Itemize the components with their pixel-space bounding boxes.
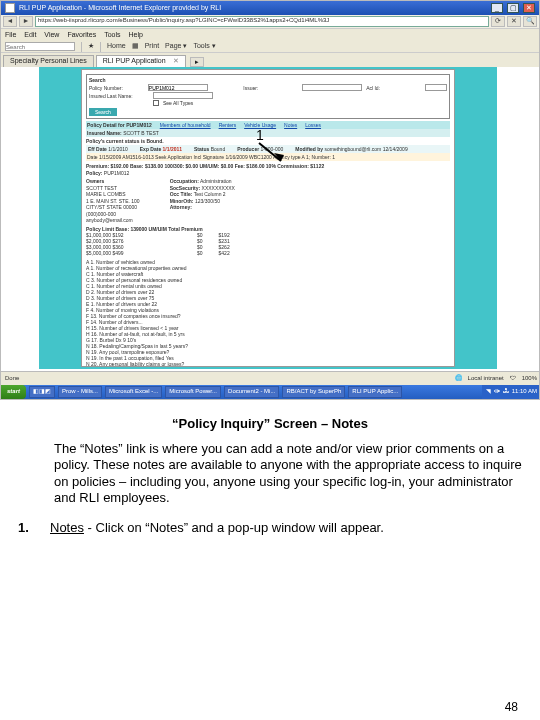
feeds-icon[interactable]: ▦ xyxy=(132,42,139,50)
tab-specialty[interactable]: Specialty Personal Lines xyxy=(3,55,94,67)
question-line: N 21. Any crimes, misdemeanor conviction… xyxy=(86,367,450,368)
acl-input[interactable] xyxy=(425,84,447,91)
zone-label: Local intranet xyxy=(468,375,504,382)
person-columns: Owners SCOTT TEST MARIE L COMBS 1 E. MAI… xyxy=(86,178,450,224)
minimize-button[interactable]: _ xyxy=(491,3,503,13)
policy-label: Policy Number: xyxy=(89,85,144,91)
search-input[interactable] xyxy=(5,42,75,51)
modby-val: somethingbound@rli.com xyxy=(324,146,381,152)
step-number: 1. xyxy=(18,520,36,535)
policy-num: PUP1M012 xyxy=(104,170,130,176)
quicklaunch[interactable]: ◧◨◩ xyxy=(29,386,55,398)
svg-line-0 xyxy=(259,143,281,161)
home-button[interactable]: Home xyxy=(107,42,126,50)
status-val: Bound xyxy=(211,146,225,152)
question-list: A 1. Number of vehicles ownedA 1. Number… xyxy=(86,259,450,368)
occ2-val: Test Column 2 xyxy=(194,191,226,197)
app-icon xyxy=(5,3,15,13)
status-label: Status xyxy=(194,146,209,152)
link-renters[interactable]: Renters xyxy=(219,122,237,128)
browser-window-screenshot: RLI PUP Application - Microsoft Internet… xyxy=(0,0,540,400)
atty-label: Attorney: xyxy=(170,204,192,210)
print-button[interactable]: Print xyxy=(145,42,159,50)
see-all-label: See All Types xyxy=(163,100,193,106)
zoom-label: 100% xyxy=(522,375,537,382)
doc-content: “Policy Inquiry” Screen – Notes The “Not… xyxy=(0,412,540,535)
tray-icon[interactable]: 🖧 xyxy=(503,388,509,395)
menu-file[interactable]: File xyxy=(5,31,16,39)
insured-name-value: SCOTT B TEST xyxy=(123,130,159,136)
status-bar: Done 🌐 Local intranet 🛡 100% xyxy=(1,371,540,385)
annotation-arrow-icon xyxy=(251,141,291,165)
see-all-checkbox[interactable] xyxy=(153,100,159,106)
refresh-button[interactable]: ⟳ xyxy=(491,16,505,27)
task-item[interactable]: Document2 - Mi... xyxy=(224,386,279,398)
menu-help[interactable]: Help xyxy=(129,31,143,39)
exp-date: 1/1/2011 xyxy=(163,146,182,152)
command-bar: ★ Home ▦ Print Page ▾ Tools ▾ xyxy=(1,41,539,53)
inquiry-panel: Search Policy Number: Issuer: Acl Id: In… xyxy=(81,69,455,367)
task-item[interactable]: Prow - Mills... xyxy=(58,386,102,398)
menu-view[interactable]: View xyxy=(44,31,59,39)
link-members[interactable]: Members of household xyxy=(160,122,211,128)
insured-last-label: Insured Last Name: xyxy=(89,93,149,99)
policy-num-label: Policy: xyxy=(86,170,102,176)
maximize-button[interactable]: ▢ xyxy=(507,3,519,13)
menu-tools[interactable]: Tools xyxy=(104,31,120,39)
menu-edit[interactable]: Edit xyxy=(24,31,36,39)
issuer-input[interactable] xyxy=(302,84,362,91)
stop-button[interactable]: ✕ xyxy=(507,16,521,27)
page-number: 48 xyxy=(505,700,518,714)
menu-favorites[interactable]: Favorites xyxy=(67,31,96,39)
close-tab-icon[interactable]: ✕ xyxy=(173,57,179,65)
tray-icon[interactable]: ◥ xyxy=(486,388,491,395)
insured-last-input[interactable] xyxy=(153,92,213,99)
tray-icon[interactable]: 🕪 xyxy=(494,388,500,395)
occ-val: Administration xyxy=(200,178,232,184)
step-underline: Notes xyxy=(50,520,84,535)
eff-date: 1/1/2010 xyxy=(108,146,127,152)
link-notes[interactable]: Notes xyxy=(284,122,297,128)
detail-title: Policy Detail for PUP1M012 xyxy=(87,122,152,128)
tab-label: RLI PUP Application xyxy=(103,57,166,65)
intro-paragraph: The “Notes” link is where you can add a … xyxy=(54,441,522,506)
modtime: 12/14/2009 xyxy=(383,146,408,152)
tools-menu[interactable]: Tools ▾ xyxy=(193,42,215,50)
owners-label: Owners xyxy=(86,178,104,184)
window-titlebar: RLI PUP Application - Microsoft Internet… xyxy=(1,1,539,15)
minor-val: 123/300/50 xyxy=(195,198,220,204)
limit-row: $5,000,000 $499$0$422 xyxy=(86,250,450,256)
step-text: Notes - Click on “Notes” and a pop-up wi… xyxy=(50,520,522,535)
link-losses[interactable]: Losses xyxy=(305,122,321,128)
ssn-val: XXXXXXXXXX xyxy=(202,185,235,191)
back-button[interactable]: ◄ xyxy=(3,16,17,27)
window-title: RLI PUP Application - Microsoft Internet… xyxy=(19,4,221,12)
search-panel: Search Policy Number: Issuer: Acl Id: In… xyxy=(86,74,450,119)
eff-date-label: Eff Date xyxy=(88,146,107,152)
occ-label: Occupation: xyxy=(170,178,199,184)
ssn-label: SocSecurity: xyxy=(170,185,201,191)
new-tab-button[interactable]: ▸ xyxy=(190,57,204,67)
shield-icon: 🛡 xyxy=(510,375,516,382)
address-field[interactable]: https://web-iisprod.rlicorp.com/eBusines… xyxy=(35,16,489,27)
forward-button[interactable]: ► xyxy=(19,16,33,27)
tab-pup[interactable]: RLI PUP Application✕ xyxy=(96,55,186,67)
minor-label: MinorOth: xyxy=(170,198,194,204)
favorites-icon[interactable]: ★ xyxy=(88,42,94,50)
start-button[interactable]: start xyxy=(1,385,26,399)
issuer-label: Issuer: xyxy=(243,85,298,91)
task-item[interactable]: Microsoft Excel -... xyxy=(105,386,162,398)
search-icon[interactable]: 🔍 xyxy=(523,16,537,27)
policy-input[interactable] xyxy=(148,84,208,91)
limit-table: Policy Limit Base: 139000 UM/UIM Total P… xyxy=(86,226,450,256)
search-button[interactable]: Search xyxy=(89,108,117,116)
system-tray: ◥ 🕪 🖧 11:10 AM xyxy=(482,385,540,399)
step-row: 1. Notes - Click on “Notes” and a pop-up… xyxy=(18,520,522,535)
close-button[interactable]: ✕ xyxy=(523,3,535,13)
addr2: CITY/ST STATE 00000 xyxy=(86,204,140,211)
page-menu[interactable]: Page ▾ xyxy=(165,42,187,50)
task-item[interactable]: RB/ACT by SuperPh xyxy=(282,386,345,398)
task-item[interactable]: Microsoft Power... xyxy=(165,386,221,398)
task-item[interactable]: RLI PUP Applic... xyxy=(348,386,402,398)
detail-header: Policy Detail for PUP1M012 Members of ho… xyxy=(86,121,450,129)
